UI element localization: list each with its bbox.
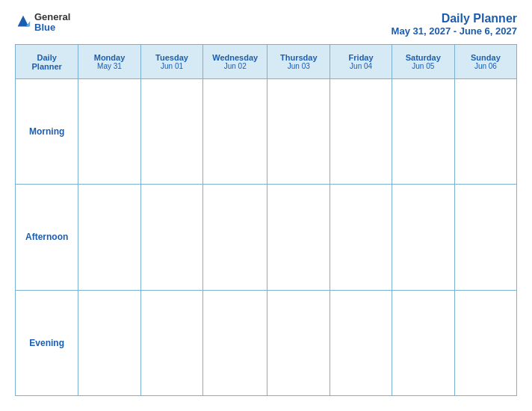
col-header-tuesday: Tuesday Jun 01: [140, 45, 203, 79]
row-label-morning: Morning: [16, 79, 78, 185]
col-header-sunday: Sunday Jun 06: [454, 45, 516, 79]
cell-evening-wednesday[interactable]: [203, 290, 267, 395]
cell-afternoon-wednesday[interactable]: [203, 185, 267, 290]
planner-table: Daily Planner Monday May 31 Tuesday Jun …: [15, 44, 517, 396]
cell-morning-sunday[interactable]: [454, 79, 516, 185]
row-label-afternoon: Afternoon: [16, 185, 78, 290]
logo-blue: Blue: [34, 22, 70, 33]
logo: General Blue: [15, 12, 70, 34]
col-header-label: Daily Planner: [16, 45, 78, 79]
cell-morning-monday[interactable]: [78, 79, 140, 185]
cell-morning-tuesday[interactable]: [140, 79, 203, 185]
col-header-wednesday: Wednesday Jun 02: [203, 45, 267, 79]
cell-afternoon-sunday[interactable]: [454, 185, 516, 290]
cell-morning-thursday[interactable]: [267, 79, 330, 185]
logo-general: General: [34, 12, 70, 22]
header-title: Daily Planner May 31, 2027 - June 6, 202…: [392, 12, 517, 37]
row-evening: Evening: [16, 290, 517, 395]
cell-morning-friday[interactable]: [330, 79, 392, 185]
cell-evening-friday[interactable]: [330, 290, 392, 395]
col-header-friday: Friday Jun 04: [330, 45, 392, 79]
planner-title: Daily Planner: [392, 12, 517, 25]
page-header: General Blue Daily Planner May 31, 2027 …: [15, 12, 517, 37]
logo-text: General Blue: [34, 12, 70, 34]
planner-subtitle: May 31, 2027 - June 6, 2027: [392, 25, 517, 37]
cell-afternoon-friday[interactable]: [330, 185, 392, 290]
cell-morning-saturday[interactable]: [392, 79, 454, 185]
col-header-thursday: Thursday Jun 03: [267, 45, 330, 79]
col-header-monday: Monday May 31: [78, 45, 140, 79]
col-header-saturday: Saturday Jun 05: [392, 45, 454, 79]
row-afternoon: Afternoon: [16, 185, 517, 290]
cell-afternoon-saturday[interactable]: [392, 185, 454, 290]
cell-evening-monday[interactable]: [78, 290, 140, 395]
cell-evening-thursday[interactable]: [267, 290, 330, 395]
logo-icon: [15, 14, 31, 31]
cell-evening-saturday[interactable]: [392, 290, 454, 395]
cell-morning-wednesday[interactable]: [203, 79, 267, 185]
svg-marker-0: [18, 16, 29, 27]
cell-evening-sunday[interactable]: [454, 290, 516, 395]
cell-afternoon-monday[interactable]: [78, 185, 140, 290]
cell-evening-tuesday[interactable]: [140, 290, 203, 395]
row-morning: Morning: [16, 79, 517, 185]
cell-afternoon-tuesday[interactable]: [140, 185, 203, 290]
table-header-row: Daily Planner Monday May 31 Tuesday Jun …: [16, 45, 517, 79]
row-label-evening: Evening: [16, 290, 78, 395]
cell-afternoon-thursday[interactable]: [267, 185, 330, 290]
